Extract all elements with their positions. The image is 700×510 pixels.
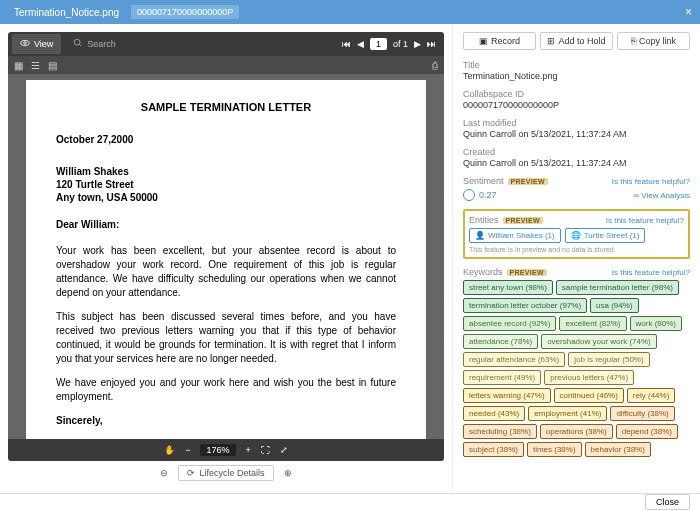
keyword-tag[interactable]: subject (38%) (463, 442, 524, 457)
keyword-tag[interactable]: requirement (49%) (463, 370, 541, 385)
entity-person[interactable]: 👤William Shakes (1) (469, 228, 561, 243)
entities-section: Entities PREVIEW Is this feature helpful… (463, 209, 690, 259)
record-icon: ▣ (479, 36, 488, 46)
zoom-bar: ✋ − 176% + ⛶ ⤢ (8, 439, 444, 461)
lastmod-value: Quinn Carroll on 5/13/2021, 11:37:24 AM (463, 129, 690, 139)
keyword-tag[interactable]: sample termination letter (98%) (556, 280, 679, 295)
eye-icon (20, 38, 30, 50)
svg-point-2 (75, 39, 81, 45)
keyword-tag[interactable]: operations (38%) (540, 424, 613, 439)
doc-date: October 27,2000 (56, 133, 396, 147)
viewer-subbar: ▦ ☰ ▤ ⎙ (8, 56, 444, 74)
keyword-tag[interactable]: previous letters (47%) (544, 370, 634, 385)
lifecycle-button[interactable]: ⟳ Lifecycle Details (178, 465, 273, 481)
keyword-tag[interactable]: behavior (38%) (585, 442, 651, 457)
keyword-tag[interactable]: depend (38%) (616, 424, 678, 439)
helpful-link[interactable]: Is this feature helpful? (612, 177, 690, 186)
prev-section-icon[interactable]: ⊖ (160, 468, 168, 478)
person-icon: 👤 (475, 231, 485, 240)
link-icon: ⎘ (631, 36, 636, 46)
lastmod-label: Last modified (463, 118, 690, 128)
close-icon[interactable]: × (685, 5, 692, 19)
keyword-tag[interactable]: usa (94%) (590, 298, 638, 313)
bottom-bar: ⊖ ⟳ Lifecycle Details ⊕ (8, 461, 444, 485)
hold-label: Add to Hold (558, 36, 605, 46)
doc-title: SAMPLE TERMINATION LETTER (56, 100, 396, 115)
doc-para2: This subject has been discussed several … (56, 310, 396, 366)
cid-value: 000007170000000000P (463, 100, 690, 110)
thumbnails-icon[interactable]: ▦ (14, 60, 23, 71)
title-value: Termination_Notice.png (463, 71, 690, 81)
copy-link-button[interactable]: ⎘Copy link (617, 32, 690, 50)
keywords-label: Keywords (463, 267, 503, 277)
lifecycle-label: Lifecycle Details (199, 468, 264, 478)
first-page-icon[interactable]: ⏮ (342, 39, 351, 49)
view-label: View (34, 39, 53, 49)
svg-point-0 (21, 41, 29, 46)
title-label: Title (463, 60, 690, 70)
next-section-icon[interactable]: ⊕ (284, 468, 292, 478)
helpful-link[interactable]: Is this feature helpful? (606, 216, 684, 225)
titlebar: Termination_Notice.png 00000717000000000… (0, 0, 700, 24)
entity-location[interactable]: 🌐Turtle Street (1) (565, 228, 646, 243)
svg-line-3 (80, 44, 82, 46)
sentiment-score: 0.27 (479, 190, 497, 200)
keyword-tag[interactable]: difficulty (38%) (610, 406, 674, 421)
keyword-tag[interactable]: overshadow your work (74%) (541, 334, 657, 349)
sentiment-label: Sentiment (463, 176, 504, 186)
page-of: of 1 (393, 39, 408, 49)
fit-width-icon[interactable]: ⛶ (261, 445, 270, 455)
keyword-tag[interactable]: job is regular (50%) (568, 352, 649, 367)
prev-page-icon[interactable]: ◀ (357, 39, 364, 49)
preview-badge: PREVIEW (507, 269, 547, 276)
doc-salutation: Dear William: (56, 218, 396, 232)
keyword-tag[interactable]: termination letter october (97%) (463, 298, 587, 313)
keyword-tag[interactable]: work (80%) (630, 316, 682, 331)
outline-icon[interactable]: ☰ (31, 60, 40, 71)
hold-icon: ⊞ (547, 36, 555, 46)
file-tag: 000007170000000000P (131, 5, 239, 19)
addr-city: Any town, USA 50000 (56, 191, 396, 204)
keyword-tag[interactable]: absentee record (92%) (463, 316, 556, 331)
zoom-out-icon[interactable]: − (185, 445, 190, 455)
next-page-icon[interactable]: ▶ (414, 39, 421, 49)
globe-icon: 🌐 (571, 231, 581, 240)
file-name: Termination_Notice.png (8, 5, 125, 20)
close-button[interactable]: Close (645, 494, 690, 510)
record-button[interactable]: ▣Record (463, 32, 536, 50)
keyword-tag[interactable]: continued (46%) (554, 388, 624, 403)
layers-icon[interactable]: ▤ (48, 60, 57, 71)
dialog-footer: Close (0, 493, 700, 510)
keyword-tag[interactable]: street any town (98%) (463, 280, 553, 295)
svg-point-1 (24, 42, 27, 45)
add-hold-button[interactable]: ⊞Add to Hold (540, 32, 613, 50)
keyword-tag[interactable]: excellent (82%) (559, 316, 626, 331)
fullscreen-icon[interactable]: ⤢ (280, 445, 288, 455)
doc-para3: We have enjoyed you and your work here a… (56, 376, 396, 404)
keyword-tag[interactable]: times (38%) (527, 442, 582, 457)
zoom-level[interactable]: 176% (200, 444, 235, 456)
addr-name: William Shakes (56, 165, 396, 178)
keyword-tag[interactable]: employment (41%) (528, 406, 607, 421)
helpful-link[interactable]: Is this feature helpful? (612, 268, 690, 277)
keyword-tag[interactable]: rely (44%) (627, 388, 675, 403)
entities-label: Entities (469, 215, 499, 225)
search-input[interactable]: Search (73, 38, 116, 50)
document-viewport[interactable]: SAMPLE TERMINATION LETTER October 27,200… (8, 74, 444, 439)
keyword-tag[interactable]: regular attendance (63%) (463, 352, 565, 367)
last-page-icon[interactable]: ⏭ (427, 39, 436, 49)
doc-closing: Sincerely, (56, 414, 396, 428)
keyword-tag[interactable]: letters warning (47%) (463, 388, 551, 403)
keyword-tag[interactable]: needed (43%) (463, 406, 525, 421)
keyword-tag[interactable]: attendance (78%) (463, 334, 538, 349)
sentiment-face-icon (463, 189, 475, 201)
zoom-in-icon[interactable]: + (246, 445, 251, 455)
hand-tool-icon[interactable]: ✋ (164, 445, 175, 455)
keywords-list: street any town (98%) sample termination… (463, 280, 690, 457)
view-analysis-link[interactable]: ∞ View Analysis (633, 191, 690, 200)
print-icon[interactable]: ⎙ (432, 60, 438, 71)
page-current[interactable]: 1 (370, 38, 387, 50)
keyword-tag[interactable]: scheduling (38%) (463, 424, 537, 439)
view-button[interactable]: View (12, 34, 61, 54)
search-placeholder: Search (87, 39, 116, 49)
